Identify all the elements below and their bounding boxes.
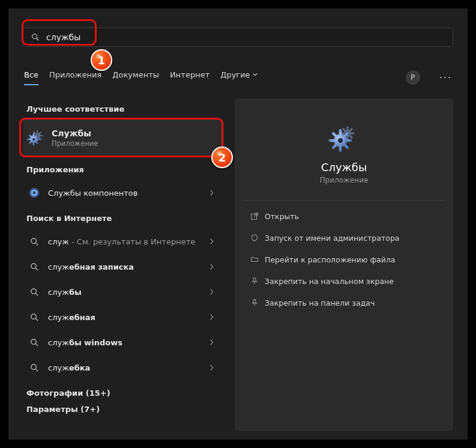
tab-documents-label: Документы xyxy=(112,70,159,79)
open-icon xyxy=(248,211,261,222)
svg-line-14 xyxy=(35,318,38,321)
svg-point-15 xyxy=(31,339,35,344)
shield-icon xyxy=(248,232,261,243)
web-result-label: служебка xyxy=(48,363,209,372)
action-pin-taskbar[interactable]: Закрепить на панели задач xyxy=(246,292,442,313)
apps-label: Приложения xyxy=(26,165,224,174)
app-result-component-services[interactable]: Службы компонентов xyxy=(23,180,224,205)
best-match-result[interactable]: Службы Приложение xyxy=(23,120,224,157)
tab-documents[interactable]: Документы xyxy=(112,70,159,85)
svg-point-11 xyxy=(31,288,35,293)
divider xyxy=(243,200,445,201)
web-result-1[interactable]: служ - См. результаты в Интернете xyxy=(23,229,224,254)
pin-icon xyxy=(248,276,261,286)
preview-title: Службы xyxy=(246,161,442,174)
svg-line-1 xyxy=(37,38,39,41)
svg-line-12 xyxy=(35,293,38,295)
avatar-letter: P xyxy=(411,73,415,82)
web-result-5[interactable]: службы windows xyxy=(23,330,224,355)
web-result-6[interactable]: служебка xyxy=(23,355,224,380)
action-label: Закрепить на начальном экране xyxy=(265,277,394,286)
chevron-right-icon xyxy=(209,339,218,346)
pin-icon xyxy=(248,297,261,308)
web-result-2[interactable]: служебная записка xyxy=(23,254,224,279)
action-pin-start[interactable]: Закрепить на начальном экране xyxy=(246,270,442,292)
action-run-as-admin[interactable]: Запуск от имени администратора xyxy=(246,227,442,249)
chevron-right-icon xyxy=(209,288,218,295)
tab-other-label: Другие xyxy=(220,70,250,79)
search-icon xyxy=(25,308,43,326)
svg-point-9 xyxy=(31,263,35,268)
best-match-title: Службы xyxy=(52,129,98,138)
web-result-label: служебная xyxy=(48,313,209,322)
svg-point-6 xyxy=(33,192,36,195)
chevron-right-icon xyxy=(209,189,218,196)
tab-other[interactable]: Другие xyxy=(220,70,257,85)
search-icon xyxy=(25,258,43,276)
action-label: Открыть xyxy=(265,212,299,221)
chevron-right-icon xyxy=(209,263,218,270)
svg-point-13 xyxy=(31,313,35,318)
web-result-label: служебная записка xyxy=(48,262,209,271)
svg-line-16 xyxy=(35,344,38,346)
svg-point-21 xyxy=(338,138,343,143)
chevron-right-icon xyxy=(209,313,218,321)
search-icon xyxy=(25,359,43,377)
web-result-4[interactable]: служебная xyxy=(23,304,224,330)
web-result-label: служ - См. результаты в Интернете xyxy=(48,237,209,246)
search-input[interactable] xyxy=(46,32,445,42)
action-file-location[interactable]: Перейти к расположению файла xyxy=(246,249,442,270)
search-icon xyxy=(25,232,43,250)
svg-line-18 xyxy=(35,369,38,371)
chevron-down-icon xyxy=(253,72,258,77)
svg-point-0 xyxy=(32,34,37,39)
action-label: Запуск от имени администратора xyxy=(265,234,399,243)
preview-subtitle: Приложение xyxy=(246,176,442,184)
filter-tabs: Все Приложения Документы Интернет Другие… xyxy=(24,68,452,86)
web-result-label: службы xyxy=(48,288,209,297)
web-result-3[interactable]: службы xyxy=(23,279,224,304)
app-gear-icon xyxy=(327,121,361,155)
svg-point-3 xyxy=(32,138,35,141)
best-match-label: Лучшее соответствие xyxy=(26,104,224,114)
preview-pane: Службы Приложение Открыть Запуск от имен… xyxy=(235,98,453,431)
folder-icon xyxy=(248,254,261,265)
action-label: Перейти к расположению файла xyxy=(265,255,396,264)
svg-line-8 xyxy=(35,243,38,245)
tab-web-label: Интернет xyxy=(170,70,209,79)
web-result-label: службы windows xyxy=(48,338,209,347)
tab-web[interactable]: Интернет xyxy=(170,70,209,85)
search-icon xyxy=(25,333,43,351)
web-search-label: Поиск в Интернете xyxy=(26,214,224,223)
best-match-subtitle: Приложение xyxy=(52,139,98,148)
search-bar[interactable] xyxy=(23,28,453,47)
tab-all[interactable]: Все xyxy=(24,70,38,85)
tab-apps[interactable]: Приложения xyxy=(49,70,101,85)
svg-point-17 xyxy=(31,364,35,369)
svg-line-10 xyxy=(35,268,38,270)
gear-icon xyxy=(25,127,47,149)
chevron-right-icon xyxy=(209,364,218,371)
app-result-label: Службы компонентов xyxy=(48,189,209,198)
action-open[interactable]: Открыть xyxy=(246,205,442,227)
search-icon xyxy=(25,283,43,301)
search-icon xyxy=(31,32,40,42)
tab-all-label: Все xyxy=(24,70,38,79)
chevron-right-icon xyxy=(209,238,218,245)
results-column: Лучшее соответствие Службы Приложение xyxy=(23,98,224,431)
more-button[interactable]: ··· xyxy=(439,72,452,83)
photos-section[interactable]: Фотографии (15+) xyxy=(26,389,224,398)
account-avatar[interactable]: P xyxy=(406,70,420,85)
component-services-icon xyxy=(25,184,43,202)
params-section[interactable]: Параметры (7+) xyxy=(26,405,224,414)
svg-point-7 xyxy=(31,238,35,243)
tab-apps-label: Приложения xyxy=(49,70,101,79)
action-label: Закрепить на панели задач xyxy=(265,298,375,307)
